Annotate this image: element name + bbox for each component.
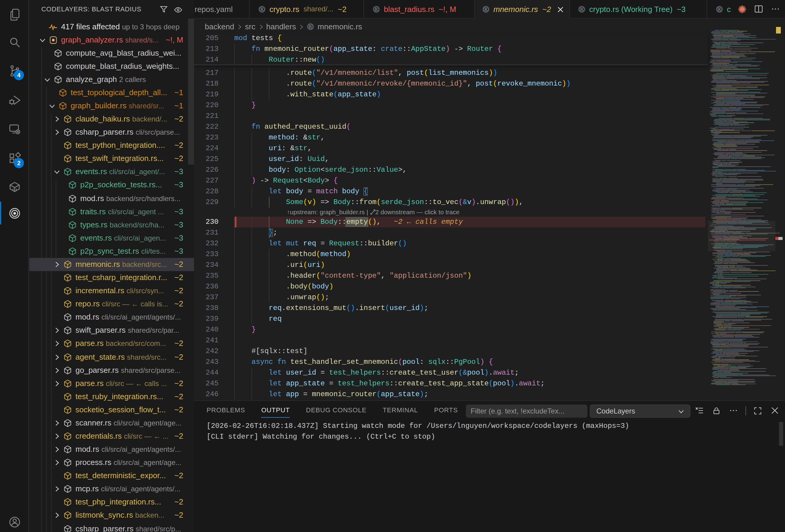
svg-text:R: R — [260, 7, 264, 11]
svg-text:R: R — [718, 7, 721, 11]
svg-text:R: R — [580, 7, 583, 11]
svg-text:R: R — [484, 7, 488, 12]
svg-text:R: R — [375, 7, 378, 11]
